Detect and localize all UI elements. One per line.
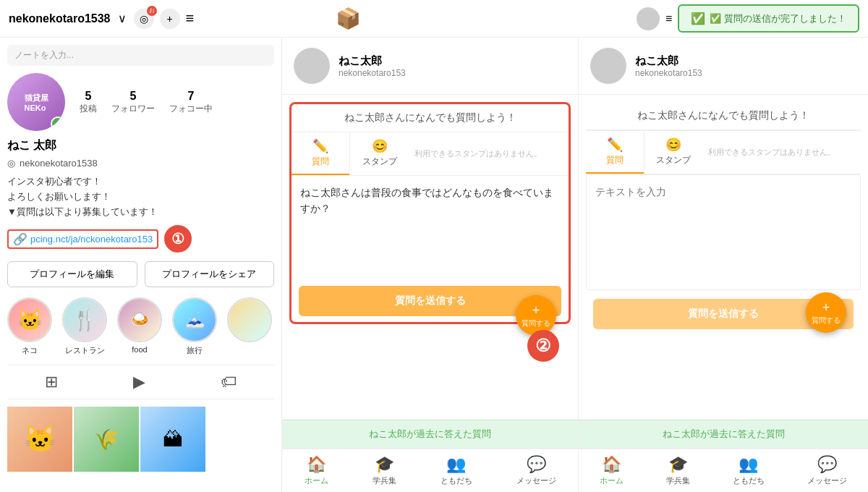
right-avatar (590, 48, 626, 84)
answered-text: ねこ太郎が過去に答えた質問 (369, 428, 491, 439)
thread-icon: ◎ (140, 13, 148, 25)
share-profile-btn[interactable]: プロフィールをシェア (145, 261, 275, 287)
collect-label: 学兵集 (373, 475, 396, 486)
meta-icon: ◎ (7, 158, 15, 169)
profile-link-wrapper: 🔗 pcing.nct/ja/nckonekotaro153 ① (7, 225, 274, 253)
app-logo: 📦 (336, 7, 361, 30)
profile-avatar: 猫貸屋NEKo + (7, 73, 65, 131)
right-friends-icon: 👥 (739, 455, 758, 474)
message-icon: 💬 (527, 455, 546, 474)
highlight-1[interactable]: 🐱 ネコ (7, 297, 52, 356)
mid-name: ねこ太郎 (339, 54, 406, 68)
grid-icon[interactable]: ⊞ (45, 373, 58, 391)
float-question-btn[interactable]: + 質問する (516, 295, 556, 336)
home-icon: 🏠 (307, 455, 326, 474)
profile-link-text[interactable]: pcing.nct/ja/nckonekotaro153 (30, 234, 153, 245)
right-float-question-btn[interactable]: + 質問する (806, 292, 846, 333)
nav-message[interactable]: 💬 メッセージ (516, 455, 556, 486)
tab-stamp[interactable]: 😊 スタンプ (350, 132, 408, 175)
right-answered-banner: ねこ太郎が過去に答えた質問 (579, 420, 868, 448)
tab-question[interactable]: ✏️ 質問 (292, 132, 349, 175)
thumb-2[interactable]: 🌾 (74, 407, 139, 472)
right-home-icon: 🏠 (602, 455, 621, 474)
header-avatar (637, 7, 660, 30)
profile-bio: インスタ初心者です！よろしくお願いします！▼質問は以下より募集しています！ (7, 174, 274, 219)
highlight-label-3: food (132, 345, 147, 354)
header-menu-icon[interactable]: ≡ (665, 12, 672, 25)
right-stamp-tab-icon: 😊 (665, 137, 681, 153)
highlight-5[interactable] (227, 297, 272, 356)
right-nav-collect[interactable]: 🎓 学兵集 (666, 455, 690, 486)
mid-body: ねこ太郎さんになんでも質問しよう！ ✏️ 質問 😊 スタンプ 利用できるスタンプ… (282, 95, 578, 420)
menu-icon[interactable]: ≡ (186, 10, 195, 27)
stat-following: 7 フォコー中 (169, 90, 213, 115)
thread-icon-btn[interactable]: ◎ お (134, 9, 154, 29)
profile-link-box[interactable]: 🔗 pcing.nct/ja/nckonekotaro153 (7, 229, 158, 249)
highlight-2[interactable]: 🍴 レストラン (62, 297, 107, 356)
annotation-1: ① (164, 225, 192, 253)
note-input[interactable]: ノートを入力... (7, 45, 274, 66)
meta-id: nekonekotaro1538 (20, 158, 98, 169)
main-content: ノートを入力... 猫貸屋NEKo + 5 投稿 5 フォロワー 7 フォコー中 (0, 38, 868, 492)
nav-friends[interactable]: 👥 ともだち (441, 455, 472, 486)
highlight-circle-5 (227, 297, 272, 342)
success-banner: ✅ ✅ 質問の送信が完了しました！ (678, 4, 859, 33)
right-nav-home[interactable]: 🏠 ホーム (600, 455, 624, 486)
question-textarea[interactable]: ねこ太郎さんは普段の食事ではどんなものを食べていますか？ (292, 176, 569, 277)
mid-sub: nekonekotaro153 (339, 68, 406, 78)
message-label: メッセージ (516, 475, 556, 486)
right-body: ねこ太郎さんになんでも質問しよう！ ✏️ 質問 😊 スタンプ 利用できるスタンプ… (579, 95, 868, 420)
video-icon[interactable]: ▶ (133, 373, 145, 391)
right-sub: nekonekotaro153 (635, 68, 702, 78)
right-nav-message[interactable]: 💬 メッセージ (807, 455, 847, 486)
left-panel: ノートを入力... 猫貸屋NEKo + 5 投稿 5 フォロワー 7 フォコー中 (0, 38, 282, 492)
username-display: ねこ 太郎 (7, 138, 274, 153)
check-icon: ✅ (691, 12, 705, 25)
question-prompt: ねこ太郎さんになんでも質問しよう！ (292, 104, 569, 132)
question-tab-row: ✏️ 質問 😊 スタンプ 利用できるスタンプはありません。 (292, 132, 569, 176)
tag-icon[interactable]: 🏷 (221, 373, 237, 391)
right-friends-label: ともだち (733, 475, 765, 486)
success-message: ✅ 質問の送信が完了しました！ (710, 12, 846, 25)
right-nav-friends[interactable]: 👥 ともだち (733, 455, 765, 486)
right-tab-question[interactable]: ✏️ 質問 (586, 131, 644, 174)
stat-followers: 5 フォロワー (111, 90, 155, 115)
annotation-2: ② (527, 330, 559, 362)
highlight-label-2: レストラン (65, 345, 105, 356)
mid-user-info: ねこ太郎 nekonekotaro153 (339, 54, 406, 78)
mid-panel-header: ねこ太郎 nekonekotaro153 (282, 38, 578, 95)
plus-icon: + (166, 13, 172, 25)
username-label[interactable]: nekonekotaro1538 (9, 12, 111, 25)
highlight-4[interactable]: 🗻 旅行 (172, 297, 217, 356)
followers-count: 5 (111, 90, 155, 103)
edit-profile-btn[interactable]: プロフィールを編集 (7, 261, 137, 287)
nav-home[interactable]: 🏠 ホーム (305, 455, 328, 486)
highlight-3[interactable]: 🍛 food (117, 297, 162, 356)
nav-collect[interactable]: 🎓 学兵集 (373, 455, 396, 486)
header-right: ≡ ✅ ✅ 質問の送信が完了しました！ (637, 4, 859, 33)
highlight-label-4: 旅行 (187, 345, 203, 356)
avatar-plus-btn[interactable]: + (51, 116, 65, 131)
home-label: ホーム (305, 475, 328, 486)
right-question-prompt: ねこ太郎さんになんでも質問しよう！ (586, 102, 861, 130)
posts-label: 投稿 (80, 103, 97, 115)
right-panel-header: ねこ太郎 nekonekotaro153 (579, 38, 868, 95)
right-answered-text: ねこ太郎が過去に答えた質問 (663, 428, 785, 439)
right-question-tab-icon: ✏️ (607, 137, 623, 153)
highlights-row: 🐱 ネコ 🍴 レストラン 🍛 food 🗻 旅行 (7, 297, 274, 356)
highlight-circle-3: 🍛 (117, 297, 162, 342)
float-plus-icon: + (532, 303, 540, 318)
btn-row: プロフィールを編集 プロフィールをシェア (7, 261, 274, 287)
stamp-disabled-text: 利用できるスタンプはありません。 (414, 148, 542, 159)
thumb-1[interactable]: 🐱 (7, 407, 72, 472)
right-question-textarea[interactable] (586, 174, 861, 290)
add-icon-btn[interactable]: + (160, 9, 180, 29)
followers-label: フォロワー (111, 103, 155, 115)
header: nekonekotaro1538 ∨ ◎ お + ≡ 📦 ≡ ✅ ✅ 質問の送信… (0, 0, 868, 38)
right-user-info: ねこ太郎 nekonekotaro153 (635, 54, 702, 78)
answered-banner: ねこ太郎が過去に答えた質問 (282, 420, 578, 448)
friends-label: ともだち (441, 475, 472, 486)
thumb-3[interactable]: 🏔 (140, 407, 205, 472)
right-tab-stamp[interactable]: 😊 スタンプ (644, 131, 702, 174)
right-collect-label: 学兵集 (666, 475, 690, 486)
